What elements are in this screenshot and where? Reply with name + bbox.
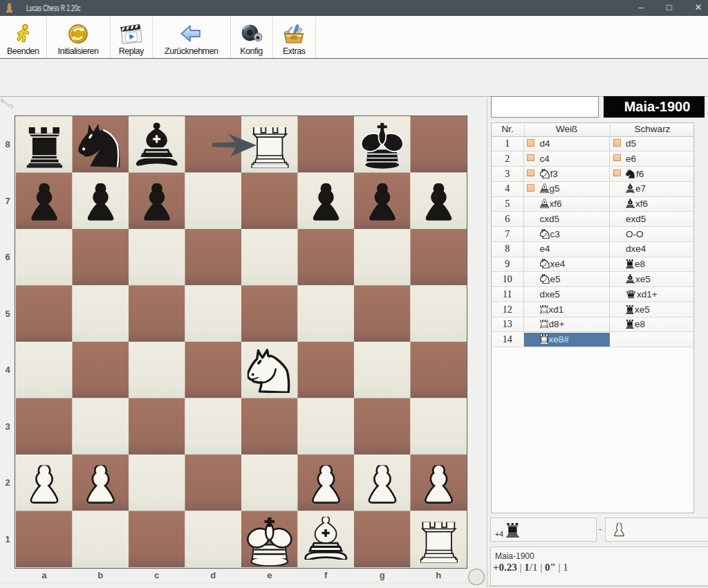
svg-text:4: 4 <box>5 365 10 375</box>
svg-text:8: 8 <box>5 139 10 149</box>
svg-text:g: g <box>380 570 385 580</box>
svg-text:a: a <box>41 570 47 580</box>
svg-text:5: 5 <box>5 309 10 319</box>
svg-text:h: h <box>436 570 441 580</box>
svg-text:7: 7 <box>5 196 10 206</box>
svg-text:3: 3 <box>5 421 10 432</box>
svg-text:c: c <box>154 570 159 580</box>
svg-text:d: d <box>210 570 216 580</box>
svg-text:e: e <box>267 570 272 580</box>
svg-text:6: 6 <box>5 252 10 262</box>
svg-text:f: f <box>324 570 328 580</box>
svg-text:1: 1 <box>5 534 10 544</box>
svg-text:2: 2 <box>5 477 10 488</box>
svg-text:b: b <box>97 570 103 580</box>
